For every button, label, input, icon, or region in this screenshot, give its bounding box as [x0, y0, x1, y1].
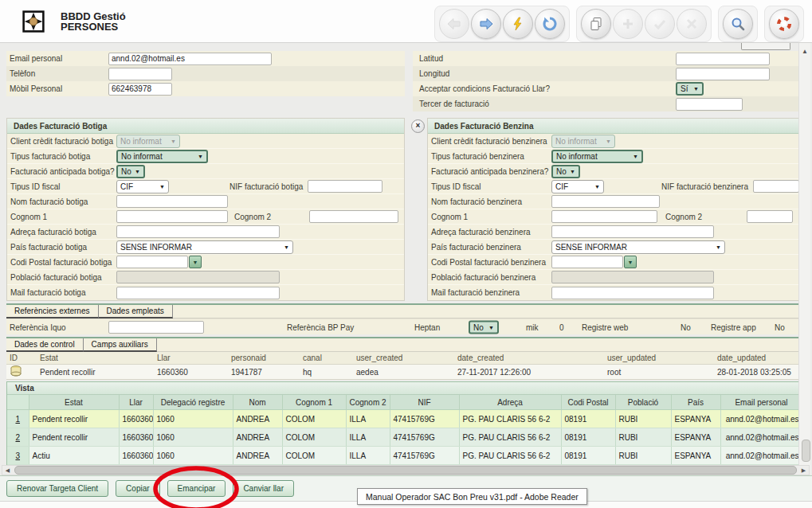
nif-benzinera-input[interactable] — [753, 180, 799, 193]
vertical-scrollbar[interactable]: ▲ — [798, 43, 810, 475]
vista-scrollbar-thumb[interactable] — [802, 440, 810, 462]
renovar-targeta-client-button[interactable]: Renovar Targeta Client — [6, 480, 108, 497]
column-header: País — [671, 395, 720, 410]
client-credit-botiga-select: No informat▼ — [116, 135, 180, 148]
codi-postal-benzinera-combo[interactable]: ▼ — [551, 256, 637, 268]
tipus-id-fiscal-benzinera-select[interactable]: CIF▼ — [551, 180, 604, 193]
tipus-facturacio-botiga-select[interactable]: No informat▼ — [116, 150, 208, 163]
tipus-facturacio-benzinera-select[interactable]: No informat▼ — [551, 150, 643, 163]
field-label: Tipus facturació benzinera — [431, 152, 551, 161]
copy-record-button[interactable] — [581, 9, 611, 39]
tab-camps-auxiliars[interactable]: Camps auxiliars — [84, 338, 157, 352]
back-button — [439, 9, 469, 39]
delete-record-button — [677, 9, 707, 39]
forward-button[interactable] — [471, 9, 501, 39]
taskbar-item[interactable]: Manual Operador SAC Bon Preu v31.pdf - A… — [357, 488, 587, 505]
canviar-llar-button[interactable]: Canviar llar — [233, 480, 294, 497]
field-label: Cognom 1 — [10, 213, 116, 221]
emancipar-annotated-wrap: Emancipar — [167, 480, 226, 497]
column-header: Cognom 2 — [346, 395, 390, 410]
cognom1-botiga-input[interactable] — [116, 210, 228, 223]
field-label: Codi Postal facturació benzinera — [431, 258, 551, 267]
cognom2-benzinera-input[interactable] — [747, 210, 793, 223]
table-row[interactable]: 1 Pendent recollir 1660360 1060 ANDREA C… — [7, 410, 802, 428]
tab-dades-de-control[interactable]: Dades de control — [6, 338, 84, 352]
close-icon[interactable]: × — [411, 119, 425, 133]
refresh-button[interactable] — [535, 9, 565, 39]
longitud-input[interactable] — [676, 68, 770, 80]
clipped-select[interactable] — [741, 43, 790, 50]
tipus-id-fiscal-botiga-select[interactable]: CIF▼ — [116, 180, 169, 193]
registre-app-value: No — [775, 322, 785, 331]
adreca-benzinera-input[interactable] — [551, 225, 714, 238]
telefon-input[interactable] — [108, 68, 172, 80]
mail-botiga-input[interactable] — [116, 287, 280, 299]
field-label: País facturació botiga — [10, 243, 116, 252]
facturacio-anticipada-benzinera-select[interactable]: No▼ — [551, 165, 580, 178]
scroll-left-arrow-icon[interactable]: ◀ — [2, 467, 13, 474]
column-header: Llar — [119, 395, 153, 410]
nom-facturacio-benzinera-input[interactable] — [551, 195, 660, 208]
date-updated-cell: 28-01-2018 03:25:05 — [714, 365, 803, 380]
mobil-personal-row: Mòbil Personal — [6, 81, 405, 96]
heptan-select[interactable]: No▼ — [469, 320, 499, 334]
column-header: user_created — [353, 352, 454, 365]
record-icon-cell[interactable] — [6, 365, 37, 380]
nif-botiga-label: NIF facturació botiga — [229, 182, 303, 191]
horizontal-scrollbar-thumb[interactable] — [14, 466, 797, 475]
pais-botiga-select[interactable]: SENSE INFORMAR▼ — [116, 240, 293, 254]
chevron-down-icon[interactable]: ▼ — [624, 256, 637, 268]
longitud-row: Longitud — [413, 66, 800, 81]
mail-benzinera-input[interactable] — [551, 287, 714, 299]
row-number-link[interactable]: 3 — [15, 451, 20, 460]
help-button[interactable] — [769, 9, 799, 39]
nom-facturacio-botiga-input[interactable] — [116, 195, 228, 208]
row-number-link[interactable]: 2 — [15, 433, 20, 442]
adreca-botiga-input[interactable] — [116, 225, 280, 238]
cognom2-botiga-input[interactable] — [309, 210, 398, 223]
tab-dades-empleats[interactable]: Dades empleats — [99, 305, 173, 318]
chevron-down-icon[interactable]: ▼ — [189, 256, 202, 268]
codi-postal-cell: 08191 — [561, 410, 615, 428]
llar-cell: 1660360 — [119, 410, 153, 428]
referencia-bppay-label: Referència BP Pay — [287, 322, 354, 331]
referencia-iquo-input[interactable] — [108, 321, 204, 334]
row-number-link[interactable]: 1 — [15, 415, 20, 424]
nom-cell: ANDREA — [233, 410, 282, 428]
column-header: Nom — [233, 395, 282, 410]
latitud-input[interactable] — [676, 53, 770, 65]
field-label: País facturació benzinera — [431, 243, 551, 252]
acceptar-condicions-select[interactable]: Sí▼ — [676, 82, 704, 96]
telefon-row: Telèfon — [6, 66, 405, 81]
tercer-facturacio-input[interactable] — [676, 98, 743, 111]
codi-postal-botiga-combo[interactable]: ▼ — [116, 256, 202, 268]
scroll-right-arrow-icon[interactable]: ▶ — [798, 467, 809, 474]
cognom1-benzinera-input[interactable] — [551, 210, 657, 223]
mobil-personal-input[interactable] — [108, 83, 172, 96]
quick-action-button[interactable] — [503, 9, 533, 39]
nif-botiga-input[interactable] — [308, 180, 382, 193]
scroll-up-arrow-icon[interactable]: ▲ — [799, 48, 810, 55]
pais-benzinera-select[interactable]: SENSE INFORMAR▼ — [551, 240, 725, 254]
email-personal-input[interactable] — [108, 53, 272, 65]
column-header: Estat — [37, 352, 154, 365]
emancipar-button[interactable]: Emancipar — [167, 480, 226, 497]
table-row[interactable]: 3 Actiu 1660360 1060 ANDREA COLOM ILLA 4… — [7, 447, 802, 465]
confirm-record-button — [645, 9, 675, 39]
tercer-facturacio-row: Tercer de facturació — [413, 96, 800, 111]
table-row[interactable]: 2 Pendent recollir 1660360 1060 ANDREA C… — [7, 428, 802, 447]
column-header: Estat — [29, 395, 119, 410]
search-button[interactable] — [723, 9, 753, 39]
field-label: Adreça facturació benzinera — [431, 228, 551, 236]
horizontal-scrollbar[interactable]: ◀ ▶ — [2, 465, 810, 475]
codi-postal-benzinera-input[interactable] — [551, 256, 623, 268]
field-label: Mail facturació botiga — [10, 288, 116, 297]
codi-postal-botiga-input[interactable] — [116, 256, 188, 268]
control-tabs: Dades de control Camps auxiliars — [6, 338, 803, 352]
cross-icon — [684, 16, 700, 32]
facturacio-anticipada-botiga-select[interactable]: No▼ — [116, 165, 145, 178]
copiar-button[interactable]: Copiar — [116, 480, 159, 497]
add-icon — [620, 16, 636, 32]
cognom2-cell: ILLA — [346, 447, 390, 465]
tab-referencies-externes[interactable]: Referències externes — [6, 305, 99, 318]
